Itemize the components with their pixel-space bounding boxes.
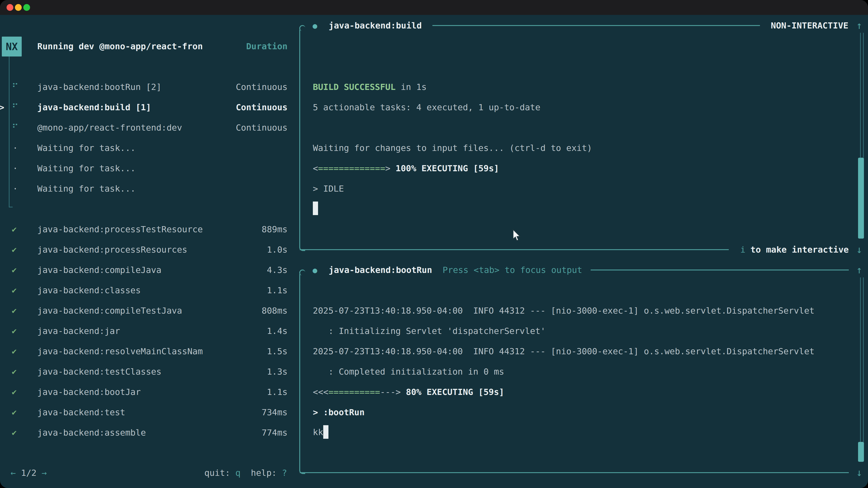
check-icon: ✔ <box>12 347 17 355</box>
text-segment: ← <box>11 468 21 478</box>
scroll-up-icon[interactable]: ↑ <box>856 265 862 275</box>
panel-build-scroll-track[interactable] <box>860 33 864 158</box>
task-duration: Continuous <box>236 123 287 132</box>
terminal-line-text: > :bootRun <box>313 408 365 417</box>
task-duration: 734ms <box>262 408 287 417</box>
mouse-cursor <box>512 229 522 244</box>
scroll-down-icon[interactable]: ↓ <box>856 468 862 478</box>
running-dot-icon: ● <box>313 266 317 274</box>
text-segment: > IDLE <box>313 184 344 194</box>
terminal-cursor <box>323 425 329 439</box>
waiting-dot-icon: · <box>13 144 18 152</box>
check-icon: ✔ <box>12 327 17 335</box>
text-segment: ============= <box>318 163 385 173</box>
check-icon: ✔ <box>12 266 17 274</box>
panel-build-border-corner-bl <box>299 245 305 251</box>
check-icon: ✔ <box>12 388 17 396</box>
panel-bootrun-border-left <box>299 274 300 468</box>
pager[interactable]: ← 1/2 → <box>11 468 47 477</box>
close-button[interactable] <box>6 4 13 11</box>
panel-build-scroll-thumb[interactable] <box>858 158 864 238</box>
check-icon: ✔ <box>12 225 17 233</box>
panel-build-border-left <box>299 30 300 246</box>
check-icon: ✔ <box>12 429 17 437</box>
scroll-up-icon[interactable]: ↑ <box>856 21 862 31</box>
text-segment: 80% EXECUTING [59s] <box>401 387 504 397</box>
terminal-line-text: <=============> 100% EXECUTING [59s] <box>313 164 499 173</box>
task-duration: 808ms <box>262 306 287 315</box>
task-label: Waiting for task... <box>37 164 135 173</box>
screen: NX Running dev @mono-app/react-fron Dura… <box>0 0 868 488</box>
check-icon: ✔ <box>12 306 17 315</box>
text-segment: < <box>313 163 318 173</box>
text-segment: > <box>385 163 391 173</box>
titlebar[interactable] <box>0 0 868 15</box>
app-window: NX Running dev @mono-app/react-fron Dura… <box>0 0 868 488</box>
panel-build-header-rule <box>432 25 760 26</box>
text-segment: 5 actionable tasks: 4 executed, 1 up-to-… <box>313 102 540 112</box>
terminal-line-text <box>313 201 318 217</box>
task-label: java-backend:compileTestJava <box>37 306 182 315</box>
terminal-line-text: <<<==========---> 80% EXECUTING [59s] <box>313 388 504 396</box>
interactive-hint-key: i <box>740 246 745 254</box>
task-duration: 1.0s <box>267 246 287 254</box>
text-segment: : Completed initialization in 0 ms <box>313 367 504 377</box>
panel-bootrun-scroll-track[interactable] <box>860 278 864 442</box>
selected-task-marker: > <box>0 103 4 111</box>
task-duration: 889ms <box>262 225 287 234</box>
keyboard-hints: quit: q help: ? <box>204 468 287 477</box>
task-group-tree-foot <box>9 207 13 207</box>
task-label: java-backend:processTestResource <box>37 225 203 234</box>
terminal-cursor <box>313 201 318 215</box>
running-dot-icon: ● <box>313 22 317 30</box>
interactive-hint-text: to make interactive <box>750 246 849 254</box>
task-label: java-backend:assemble <box>37 428 146 437</box>
text-segment: 1/2 <box>21 468 37 478</box>
spinner-icon: ⠋ <box>12 123 18 132</box>
sidebar-title: Running dev @mono-app/react-fron <box>37 42 203 51</box>
task-label: java-backend:build [1] <box>37 103 151 111</box>
text-segment: ? <box>282 468 287 478</box>
task-label: Waiting for task... <box>37 184 135 193</box>
task-label: java-backend:resolveMainClassNam <box>37 347 203 356</box>
minimize-button[interactable] <box>15 4 22 11</box>
task-label: java-backend:jar <box>37 327 120 335</box>
text-segment: 2025-07-23T13:40:18.950-04:00 INFO 44312… <box>313 346 814 356</box>
text-segment: > :bootRun <box>313 408 365 417</box>
task-label: java-backend:bootRun [2] <box>37 83 161 91</box>
text-segment: ---> <box>380 387 401 397</box>
text-segment: : Initializing Servlet 'dispatcherServle… <box>313 326 546 336</box>
text-segment: q <box>235 468 241 478</box>
task-duration: Continuous <box>236 83 287 91</box>
terminal-line-text: BUILD SUCCESSFUL in 1s <box>313 83 427 91</box>
scroll-down-icon[interactable]: ↓ <box>856 245 862 255</box>
task-label: @mono-app/react-frontend:dev <box>37 123 182 132</box>
panel-bootrun-title: java-backend:bootRun <box>329 266 432 274</box>
check-icon: ✔ <box>12 246 17 254</box>
text-segment: 100% EXECUTING [59s] <box>391 163 499 173</box>
task-duration: 774ms <box>262 428 287 437</box>
text-segment: <<< <box>313 387 329 397</box>
panel-bootrun-bottom-rule <box>300 472 849 473</box>
text-segment: kk <box>313 427 323 437</box>
check-icon: ✔ <box>12 408 17 416</box>
text-segment: Waiting for changes to input files... (c… <box>313 143 592 153</box>
terminal-line-text: Waiting for changes to input files... (c… <box>313 144 592 152</box>
text-segment: ========== <box>329 387 380 397</box>
zoom-button[interactable] <box>23 4 30 11</box>
terminal-line-text: > IDLE <box>313 184 344 193</box>
terminal-line-text: : Completed initialization in 0 ms <box>313 367 504 376</box>
panel-build-title: java-backend:build <box>329 21 422 30</box>
waiting-dot-icon: · <box>13 184 18 193</box>
text-segment: BUILD SUCCESSFUL <box>313 82 396 92</box>
task-duration: 1.5s <box>267 347 287 356</box>
text-segment: in 1s <box>396 82 427 92</box>
spinner-icon: ⠋ <box>12 83 18 92</box>
task-label: java-backend:bootJar <box>37 388 141 396</box>
task-label: java-backend:processResources <box>37 246 187 254</box>
text-segment: → <box>36 468 47 478</box>
panel-bootrun-scroll-thumb[interactable] <box>858 442 864 462</box>
non-interactive-badge: NON-INTERACTIVE <box>771 21 848 30</box>
duration-column-header: Duration <box>246 42 287 51</box>
task-label: java-backend:classes <box>37 286 141 295</box>
